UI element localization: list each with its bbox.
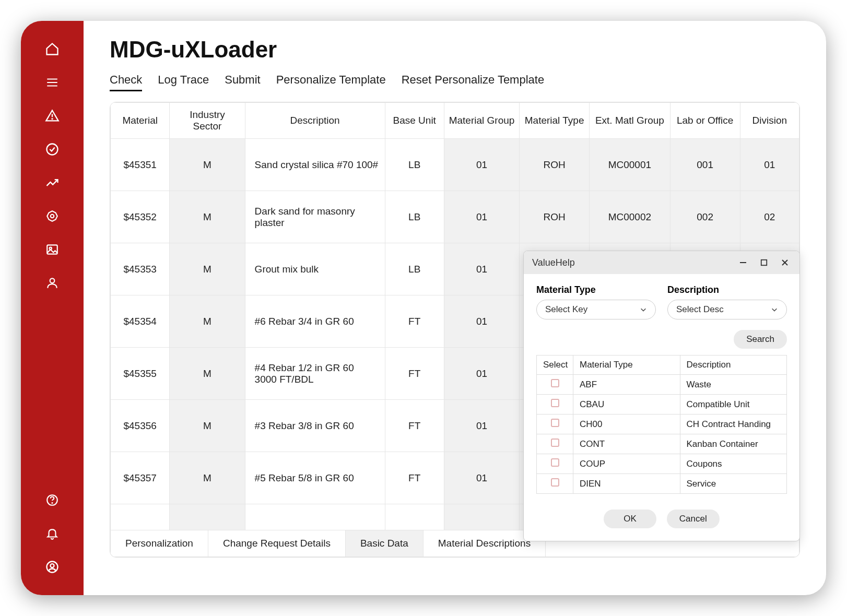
column-header[interactable]: Division xyxy=(740,103,799,139)
vh-row[interactable]: COUPCoupons xyxy=(537,454,787,474)
user-icon[interactable] xyxy=(40,270,65,295)
warning-icon[interactable] xyxy=(40,103,65,128)
lifebuoy-icon[interactable] xyxy=(40,204,65,229)
table-cell[interactable]: Sand crystal silica #70 100# xyxy=(245,139,385,191)
table-cell[interactable]: $45352 xyxy=(111,191,170,243)
vh-row[interactable]: CBAUCompatible Unit xyxy=(537,395,787,414)
home-icon[interactable] xyxy=(40,37,65,62)
checkbox[interactable] xyxy=(551,379,559,387)
table-cell[interactable] xyxy=(444,504,519,530)
bell-icon[interactable] xyxy=(40,521,65,546)
table-cell[interactable]: LB xyxy=(385,139,444,191)
table-cell[interactable]: M xyxy=(170,400,245,452)
column-header[interactable]: Industry Sector xyxy=(170,103,245,139)
vh-row[interactable]: DIENService xyxy=(537,474,787,494)
column-header[interactable]: Description xyxy=(245,103,385,139)
table-cell[interactable]: M xyxy=(170,452,245,504)
checkbox[interactable] xyxy=(551,399,559,407)
table-cell[interactable]: M xyxy=(170,295,245,348)
column-header[interactable]: Material Group xyxy=(444,103,519,139)
table-cell[interactable]: M xyxy=(170,348,245,400)
table-cell[interactable]: 01 xyxy=(444,400,519,452)
column-header[interactable]: Lab or Office xyxy=(670,103,740,139)
table-cell[interactable]: 01 xyxy=(740,139,799,191)
toolbar-item-check[interactable]: Check xyxy=(110,73,142,91)
table-cell[interactable]: 01 xyxy=(444,452,519,504)
table-cell[interactable]: #4 Rebar 1/2 in GR 60 3000 FT/BDL xyxy=(245,348,385,400)
table-cell[interactable]: M xyxy=(170,139,245,191)
vh-select-cell[interactable] xyxy=(537,454,573,474)
toolbar-item-reset-personalize-template[interactable]: Reset Personalize Template xyxy=(402,73,545,91)
table-cell[interactable]: Grout mix bulk xyxy=(245,243,385,295)
table-cell[interactable]: Dark sand for masonry plaster xyxy=(245,191,385,243)
table-cell[interactable]: 01 xyxy=(444,191,519,243)
minimize-icon[interactable] xyxy=(737,256,749,269)
table-cell[interactable]: 01 xyxy=(444,139,519,191)
table-cell[interactable]: 002 xyxy=(670,191,740,243)
table-cell[interactable]: M xyxy=(170,243,245,295)
cancel-button[interactable]: Cancel xyxy=(667,510,720,528)
table-cell[interactable]: $45356 xyxy=(111,400,170,452)
table-cell[interactable]: FT xyxy=(385,400,444,452)
table-cell[interactable]: LB xyxy=(385,191,444,243)
table-cell[interactable]: $45351 xyxy=(111,139,170,191)
material-type-select[interactable]: Select Key xyxy=(536,300,656,319)
table-cell[interactable]: FT xyxy=(385,348,444,400)
table-row[interactable]: $45352MDark sand for masonry plasterLB01… xyxy=(111,191,799,243)
help-icon[interactable] xyxy=(40,488,65,513)
table-cell[interactable]: 001 xyxy=(670,139,740,191)
vh-select-cell[interactable] xyxy=(537,414,573,434)
dialog-titlebar[interactable]: ValueHelp xyxy=(524,251,799,274)
description-select[interactable]: Select Desc xyxy=(667,300,787,319)
table-cell[interactable]: 01 xyxy=(444,348,519,400)
table-cell[interactable] xyxy=(245,504,385,530)
table-cell[interactable]: FT xyxy=(385,295,444,348)
table-cell[interactable]: FT xyxy=(385,452,444,504)
table-cell[interactable]: $45354 xyxy=(111,295,170,348)
image-icon[interactable] xyxy=(40,237,65,262)
search-button[interactable]: Search xyxy=(734,330,787,349)
table-cell[interactable]: $45353 xyxy=(111,243,170,295)
vh-row[interactable]: CH00CH Contract Handing xyxy=(537,414,787,434)
table-cell[interactable]: ROH xyxy=(520,139,590,191)
table-cell[interactable]: 02 xyxy=(740,191,799,243)
checkbox[interactable] xyxy=(551,439,559,447)
toolbar-item-personalize-template[interactable]: Personalize Template xyxy=(276,73,386,91)
trend-icon[interactable] xyxy=(40,170,65,195)
checkbox[interactable] xyxy=(551,419,559,427)
bottom-tab-basic-data[interactable]: Basic Data xyxy=(346,530,423,556)
bottom-tab-personalization[interactable]: Personalization xyxy=(111,530,208,556)
table-cell[interactable]: 01 xyxy=(444,295,519,348)
column-header[interactable]: Material Type xyxy=(520,103,590,139)
table-cell[interactable]: #6 Rebar 3/4 in GR 60 xyxy=(245,295,385,348)
table-cell[interactable]: MC00002 xyxy=(590,191,670,243)
vh-select-cell[interactable] xyxy=(537,474,573,494)
menu-icon[interactable] xyxy=(40,70,65,95)
check-circle-icon[interactable] xyxy=(40,137,65,162)
table-cell[interactable]: ROH xyxy=(520,191,590,243)
table-cell[interactable]: #3 Rebar 3/8 in GR 60 xyxy=(245,400,385,452)
vh-select-cell[interactable] xyxy=(537,375,573,395)
vh-row[interactable]: CONTKanban Container xyxy=(537,434,787,454)
table-cell[interactable]: $45357 xyxy=(111,452,170,504)
table-cell[interactable]: MC00001 xyxy=(590,139,670,191)
table-row[interactable]: $45351MSand crystal silica #70 100#LB01R… xyxy=(111,139,799,191)
vh-row[interactable]: ABFWaste xyxy=(537,375,787,395)
column-header[interactable]: Base Unit xyxy=(385,103,444,139)
toolbar-item-log-trace[interactable]: Log Trace xyxy=(158,73,209,91)
table-cell[interactable]: 01 xyxy=(444,243,519,295)
table-cell[interactable]: $45355 xyxy=(111,348,170,400)
vh-select-cell[interactable] xyxy=(537,395,573,414)
account-icon[interactable] xyxy=(40,554,65,579)
column-header[interactable]: Material xyxy=(111,103,170,139)
bottom-tab-change-request-details[interactable]: Change Request Details xyxy=(208,530,346,556)
checkbox[interactable] xyxy=(551,458,559,467)
vh-select-cell[interactable] xyxy=(537,434,573,454)
table-cell[interactable]: M xyxy=(170,191,245,243)
table-cell[interactable] xyxy=(385,504,444,530)
toolbar-item-submit[interactable]: Submit xyxy=(225,73,260,91)
checkbox[interactable] xyxy=(551,478,559,487)
maximize-icon[interactable] xyxy=(758,256,770,269)
table-cell[interactable] xyxy=(170,504,245,530)
table-cell[interactable]: LB xyxy=(385,243,444,295)
